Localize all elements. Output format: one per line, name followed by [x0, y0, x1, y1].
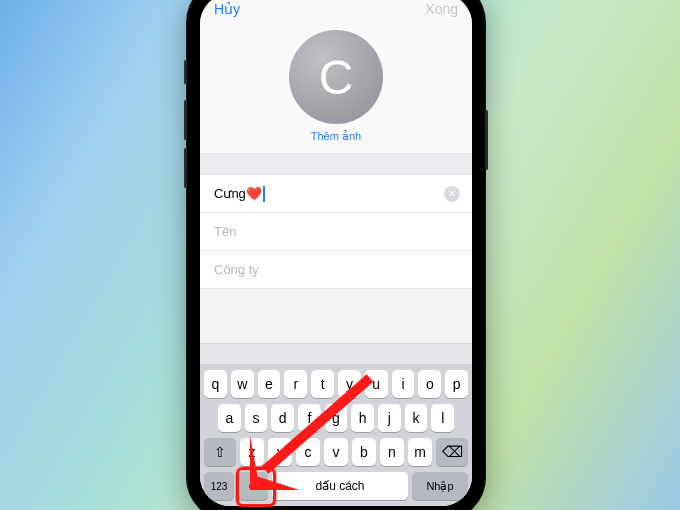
key-c[interactable]: c [296, 438, 320, 466]
company-placeholder: Công ty [214, 262, 259, 277]
key-g[interactable]: g [325, 404, 348, 432]
avatar-section: C Thêm ảnh [200, 24, 472, 153]
cancel-button[interactable]: Hủy [214, 1, 240, 17]
clear-text-button[interactable]: ✕ [444, 186, 460, 202]
numbers-key[interactable]: 123 [204, 472, 234, 500]
volume-up-button [184, 100, 187, 140]
power-button [485, 110, 488, 170]
key-e[interactable]: e [258, 370, 281, 398]
prediction-bar[interactable] [200, 343, 472, 364]
keyboard-area: q w e r t y u i o p a [200, 343, 472, 506]
keyboard: q w e r t y u i o p a [200, 364, 472, 506]
background: Hủy Xong C Thêm ảnh Cưng ❤️ [0, 0, 680, 510]
key-n[interactable]: n [380, 438, 404, 466]
done-button: Xong [425, 1, 458, 17]
return-key[interactable]: Nhập [412, 472, 468, 500]
close-icon: ✕ [448, 189, 456, 199]
key-a[interactable]: a [218, 404, 241, 432]
key-m[interactable]: m [408, 438, 432, 466]
key-f[interactable]: f [298, 404, 321, 432]
avatar-initial: C [319, 50, 354, 105]
key-s[interactable]: s [245, 404, 268, 432]
key-d[interactable]: d [271, 404, 294, 432]
phone-screen: Hủy Xong C Thêm ảnh Cưng ❤️ [200, 0, 472, 506]
delete-key[interactable]: ⌫ [436, 438, 468, 466]
side-button [184, 60, 187, 84]
key-r[interactable]: r [284, 370, 307, 398]
key-u[interactable]: u [365, 370, 388, 398]
key-k[interactable]: k [405, 404, 428, 432]
contact-fields: Cưng ❤️ ✕ Tên Công ty [200, 175, 472, 289]
key-q[interactable]: q [204, 370, 227, 398]
company-field[interactable]: Công ty [200, 251, 472, 289]
space-key[interactable]: dấu cách [272, 472, 408, 500]
key-row-1: q w e r t y u i o p [204, 370, 468, 398]
emoji-key[interactable]: ☺ [238, 472, 268, 500]
avatar-circle[interactable]: C [289, 30, 383, 124]
last-name-placeholder: Tên [214, 224, 236, 239]
key-row-2: a s d f g h j k l [204, 404, 468, 432]
key-o[interactable]: o [418, 370, 441, 398]
add-photo-button[interactable]: Thêm ảnh [311, 130, 361, 143]
key-row-3: ⇧ z x c v b n m ⌫ [204, 438, 468, 466]
key-v[interactable]: v [324, 438, 348, 466]
key-l[interactable]: l [431, 404, 454, 432]
first-name-field[interactable]: Cưng ❤️ ✕ [200, 175, 472, 213]
phone-frame: Hủy Xong C Thêm ảnh Cưng ❤️ [186, 0, 486, 510]
key-z[interactable]: z [240, 438, 264, 466]
key-row-4: 123 ☺ dấu cách Nhập [204, 472, 468, 500]
volume-down-button [184, 148, 187, 188]
key-x[interactable]: x [268, 438, 292, 466]
first-name-value: Cưng [214, 186, 246, 201]
heart-emoji: ❤️ [246, 186, 262, 201]
key-b[interactable]: b [352, 438, 376, 466]
key-j[interactable]: j [378, 404, 401, 432]
navbar: Hủy Xong [200, 0, 472, 24]
last-name-field[interactable]: Tên [200, 213, 472, 251]
emoji-icon: ☺ [247, 479, 259, 493]
key-h[interactable]: h [351, 404, 374, 432]
key-t[interactable]: t [311, 370, 334, 398]
key-w[interactable]: w [231, 370, 254, 398]
key-p[interactable]: p [445, 370, 468, 398]
key-y[interactable]: y [338, 370, 361, 398]
section-spacer [200, 153, 472, 175]
shift-key[interactable]: ⇧ [204, 438, 236, 466]
key-i[interactable]: i [392, 370, 415, 398]
text-cursor [263, 186, 265, 202]
